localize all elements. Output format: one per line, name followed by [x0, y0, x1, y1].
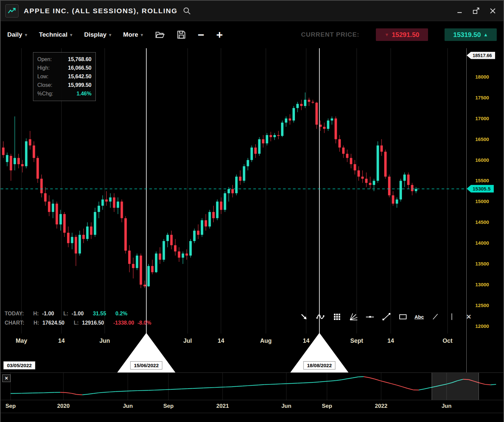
- ohlc-close-row: Close:15,999.50: [37, 81, 91, 89]
- restore-button[interactable]: [472, 7, 480, 15]
- minimap-axis-label: Sep: [5, 403, 16, 409]
- technical-dropdown-label: Technical: [39, 31, 67, 38]
- y-axis-label: 13000: [475, 282, 489, 287]
- y-axis-label: 12500: [475, 302, 489, 308]
- ohlc-open-row: Open:15,768.60: [37, 55, 91, 64]
- chart-status-row: CHART:H:17624.50L:12916.50-1338.00-8.0%: [5, 320, 155, 326]
- x-axis-label: Jun: [99, 337, 110, 344]
- trendline-tool-icon[interactable]: [381, 312, 391, 322]
- x-axis-label: May: [16, 337, 27, 344]
- minimap-time-axis: Sep2020JunSep2021JunSep2022Jun: [1, 400, 503, 413]
- interval-dropdown-label: Daily: [7, 31, 22, 38]
- zoom-in-button[interactable]: +: [216, 29, 223, 40]
- event-date-tag-2: 18/08/2022: [303, 361, 335, 369]
- status-readout: TODAY:H:-1.00L:-1.0031.550.2% CHART:H:17…: [5, 311, 155, 329]
- bid-price-box[interactable]: ▼ 15291.50: [376, 28, 428, 41]
- chevron-down-icon: ▾: [109, 32, 111, 37]
- minimap-axis-label: Jun: [442, 403, 451, 409]
- x-axis-label: Oct: [443, 337, 452, 344]
- more-dropdown[interactable]: More▾: [123, 31, 143, 38]
- price-axis: 18517.66 15305.5 18000175001700016500160…: [466, 48, 503, 372]
- y-axis-label: 17500: [475, 95, 489, 100]
- drawing-toolbar-close-icon[interactable]: ✕: [466, 313, 471, 321]
- minimap-chart[interactable]: [1, 373, 503, 400]
- vertical-line-tool-icon[interactable]: [447, 312, 457, 322]
- y-axis-label: 14500: [475, 219, 489, 225]
- high-price-tag: 18517.66: [467, 52, 495, 59]
- x-axis-label: Aug: [260, 337, 272, 344]
- minimap-axis-label: 2022: [375, 403, 387, 409]
- ohlc-low-row: Low:15,642.50: [37, 72, 91, 81]
- diagonal-line-tool-icon[interactable]: [430, 312, 440, 322]
- bid-price-value: 15291.50: [392, 31, 419, 39]
- display-dropdown[interactable]: Display▾: [84, 31, 111, 38]
- event-date-tag-1: 15/06/2022: [130, 361, 162, 369]
- y-axis-label: 15000: [475, 198, 489, 204]
- window-controls: [456, 7, 499, 15]
- grid-tool-icon[interactable]: [332, 312, 342, 322]
- price-down-arrow-icon: ▼: [384, 32, 389, 37]
- y-axis-label: 16000: [475, 157, 489, 163]
- minimap-axis-label: Jun: [123, 403, 133, 409]
- horizontal-line-tool-icon[interactable]: [365, 312, 375, 322]
- minimap-axis-label: 2021: [216, 403, 229, 409]
- minimap-viewport[interactable]: [432, 373, 479, 400]
- chart-start-date-tag: 03/05/2022: [3, 361, 35, 369]
- minimap-panel: ✕ Sep2020JunSep2021JunSep2022Jun: [1, 372, 503, 422]
- minimize-button[interactable]: [456, 8, 463, 14]
- main-chart-area: Open:15,768.60 High:16,066.50 Low:15,642…: [1, 48, 503, 372]
- minimap-axis-label: Jun: [281, 403, 291, 409]
- titlebar: APPLE INC. (ALL SESSIONS), ROLLING: [1, 1, 503, 21]
- y-axis-label: 16500: [475, 136, 489, 142]
- fan-lines-tool-icon[interactable]: [348, 312, 358, 322]
- app-logo-icon: [5, 4, 18, 18]
- y-axis-label: 17000: [475, 116, 489, 121]
- current-price-tag: 15305.5: [467, 185, 494, 193]
- y-axis-label: 14000: [475, 240, 489, 246]
- current-price-label: CURRENT PRICE:: [301, 31, 359, 38]
- trading-app-window: APPLE INC. (ALL SESSIONS), ROLLING Daily…: [0, 0, 504, 422]
- ask-price-value: 15319.50: [453, 31, 481, 39]
- y-axis-label: 13500: [475, 261, 489, 266]
- x-axis-label: 14: [218, 337, 224, 344]
- more-dropdown-label: More: [123, 31, 138, 38]
- drawing-toolbar: Abc ✕: [299, 312, 471, 322]
- zoom-out-button[interactable]: −: [198, 29, 204, 40]
- technical-dropdown[interactable]: Technical▾: [39, 31, 72, 38]
- open-folder-icon[interactable]: [155, 30, 165, 39]
- x-axis-label: 14: [387, 337, 394, 344]
- x-axis-label: 14: [303, 337, 309, 344]
- ohlc-high-row: High:16,066.50: [37, 64, 91, 72]
- minimap-axis-label: Sep: [163, 403, 173, 409]
- chevron-down-icon: ▾: [25, 32, 27, 37]
- rectangle-tool-icon[interactable]: [398, 312, 408, 322]
- y-axis-label: 15500: [475, 178, 489, 183]
- y-axis-label: 18000: [475, 74, 489, 80]
- time-axis: May14Jun14Jul14Aug14Sept14Oct: [1, 334, 466, 372]
- interval-dropdown[interactable]: Daily▾: [7, 31, 27, 38]
- text-tool[interactable]: Abc: [414, 314, 424, 320]
- save-icon[interactable]: [177, 30, 186, 39]
- chevron-down-icon: ▾: [70, 32, 72, 37]
- window-title: APPLE INC. (ALL SESSIONS), ROLLING: [24, 7, 177, 15]
- minimap-axis-label: Sep: [322, 403, 332, 409]
- today-status-row: TODAY:H:-1.00L:-1.0031.550.2%: [5, 311, 155, 317]
- x-axis-label: 14: [58, 337, 65, 344]
- close-button[interactable]: [489, 8, 496, 14]
- y-axis-label: 12000: [475, 323, 489, 329]
- pointer-arrow-tool-icon[interactable]: [299, 312, 309, 322]
- price-up-arrow-icon: ▲: [484, 32, 488, 37]
- search-icon[interactable]: [183, 7, 191, 15]
- wave-tool-icon[interactable]: [315, 312, 325, 322]
- display-dropdown-label: Display: [84, 31, 107, 38]
- x-axis-label: Sept: [350, 337, 363, 344]
- minimap-axis-label: 2020: [57, 403, 70, 409]
- x-axis-label: Jul: [183, 337, 192, 344]
- chevron-down-icon: ▾: [141, 32, 143, 37]
- minimap-close-button[interactable]: ✕: [2, 374, 11, 382]
- toolbar: Daily▾ Technical▾ Display▾ More▾ − + CUR…: [1, 21, 503, 48]
- ohlc-pctchg-row: %Chg:1.46%: [37, 89, 91, 98]
- ohlc-info-box: Open:15,768.60 High:16,066.50 Low:15,642…: [33, 52, 96, 101]
- ask-price-box[interactable]: 15319.50 ▲: [445, 28, 497, 41]
